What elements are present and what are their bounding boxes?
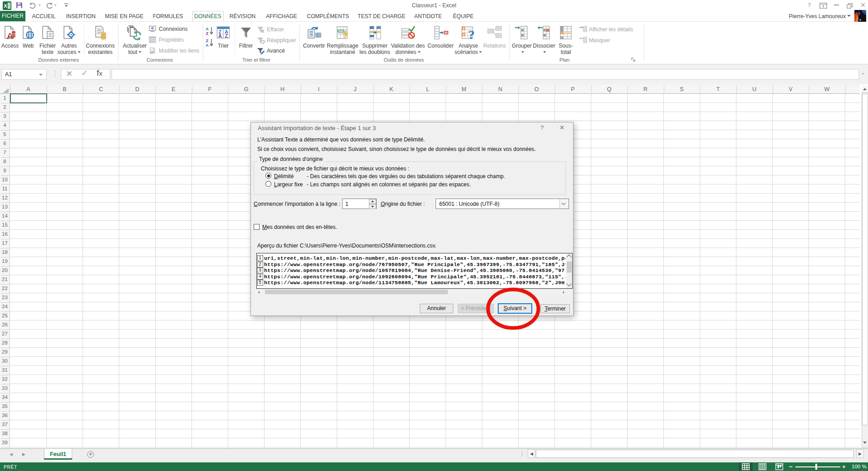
svg-text:?: ?: [468, 28, 475, 42]
svg-text:Z: Z: [206, 31, 209, 36]
svg-text:A: A: [206, 43, 209, 48]
svg-text:A: A: [218, 33, 222, 39]
svg-text:Z: Z: [225, 33, 228, 39]
